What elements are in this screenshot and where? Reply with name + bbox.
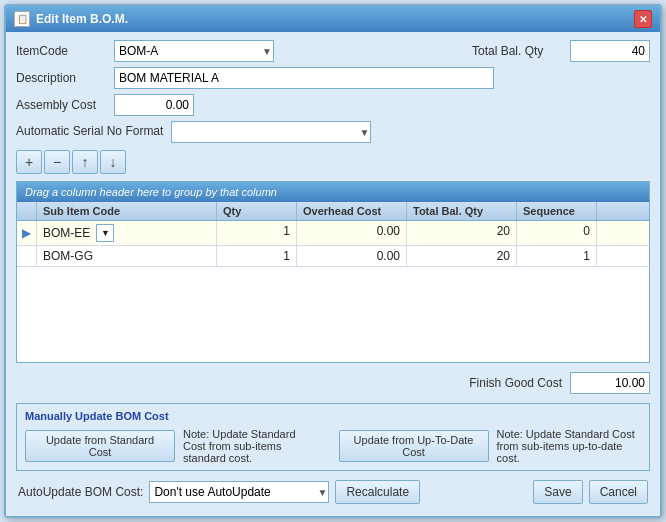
serial-row: Automatic Serial No Format ▼ — [16, 121, 650, 143]
sub-item-dropdown-icon-1[interactable]: ▼ — [96, 224, 114, 242]
total-bal-qty-cell-1: 20 — [407, 221, 517, 245]
recalculate-button[interactable]: Recalculate — [335, 480, 420, 504]
save-button[interactable]: Save — [533, 480, 582, 504]
standard-cost-group: Update from Standard Cost Note: Update S… — [25, 428, 319, 464]
col-indicator — [17, 202, 37, 220]
close-button[interactable]: ✕ — [634, 10, 652, 28]
add-row-button[interactable]: + — [16, 150, 42, 174]
edit-bom-dialog: 📋 Edit Item B.O.M. ✕ ItemCode BOM-A ▼ To… — [4, 4, 662, 518]
sequence-cell-1: 0 — [517, 221, 597, 245]
bom-cost-title: Manually Update BOM Cost — [25, 410, 641, 422]
drag-hint: Drag a column header here to group by th… — [17, 182, 649, 202]
total-bal-qty-input[interactable] — [570, 40, 650, 62]
bom-cost-section: Manually Update BOM Cost Update from Sta… — [16, 403, 650, 471]
serial-select-wrapper: ▼ — [171, 121, 371, 143]
grid-body: ▶ BOM-EE ▼ 1 0.00 20 0 BOM- — [17, 221, 649, 362]
col-overhead-cost: Overhead Cost — [297, 202, 407, 220]
serial-select[interactable] — [171, 121, 371, 143]
move-up-button[interactable]: ↑ — [72, 150, 98, 174]
item-code-select[interactable]: BOM-A — [114, 40, 274, 62]
bom-grid: Drag a column header here to group by th… — [16, 181, 650, 363]
dialog-icon: 📋 — [14, 11, 30, 27]
col-sub-item-code: Sub Item Code — [37, 202, 217, 220]
qty-cell-1: 1 — [217, 221, 297, 245]
finish-good-row: Finish Good Cost — [16, 368, 650, 398]
col-total-bal-qty: Total Bal. Qty — [407, 202, 517, 220]
update-uptodate-cost-button[interactable]: Update from Up-To-Date Cost — [339, 430, 489, 462]
update-standard-cost-button[interactable]: Update from Standard Cost — [25, 430, 175, 462]
assembly-cost-row: Assembly Cost — [16, 94, 650, 116]
description-row: Description — [16, 67, 650, 89]
grid-toolbar: + − ↑ ↓ — [16, 150, 650, 174]
col-sequence: Sequence — [517, 202, 597, 220]
total-bal-qty-cell-2: 20 — [407, 246, 517, 266]
overhead-cost-cell-2: 0.00 — [297, 246, 407, 266]
autoupdate-label: AutoUpdate BOM Cost: — [18, 485, 143, 499]
sequence-cell-2: 1 — [517, 246, 597, 266]
item-code-row: ItemCode BOM-A ▼ Total Bal. Qty — [16, 40, 650, 62]
dialog-title: Edit Item B.O.M. — [36, 12, 128, 26]
grid-header: Sub Item Code Qty Overhead Cost Total Ba… — [17, 202, 649, 221]
row-indicator-2 — [17, 246, 37, 266]
col-qty: Qty — [217, 202, 297, 220]
serial-label: Automatic Serial No Format — [16, 124, 163, 140]
title-bar-left: 📋 Edit Item B.O.M. — [14, 11, 128, 27]
standard-cost-note: Note: Update Standard Cost from sub-item… — [183, 428, 319, 464]
description-input[interactable] — [114, 67, 494, 89]
table-row: BOM-GG 1 0.00 20 1 — [17, 246, 649, 267]
sub-item-code-cell-1[interactable]: BOM-EE ▼ — [37, 221, 217, 245]
row-indicator-1: ▶ — [17, 221, 37, 245]
bottom-bar: AutoUpdate BOM Cost: Don't use AutoUpdat… — [16, 476, 650, 508]
title-bar: 📋 Edit Item B.O.M. ✕ — [6, 6, 660, 32]
overhead-cost-cell-1: 0.00 — [297, 221, 407, 245]
move-down-button[interactable]: ↓ — [100, 150, 126, 174]
autoupdate-select-wrapper: Don't use AutoUpdate AutoUpdate on Save … — [149, 481, 329, 503]
description-label: Description — [16, 71, 106, 85]
autoupdate-select[interactable]: Don't use AutoUpdate AutoUpdate on Save … — [149, 481, 329, 503]
sub-item-code-cell-2: BOM-GG — [37, 246, 217, 266]
assembly-cost-label: Assembly Cost — [16, 98, 106, 112]
total-bal-qty-label: Total Bal. Qty — [472, 44, 562, 58]
uptodate-cost-group: Update from Up-To-Date Cost Note: Update… — [339, 428, 641, 464]
finish-good-input[interactable] — [570, 372, 650, 394]
item-code-label: ItemCode — [16, 44, 106, 58]
item-code-group: ItemCode BOM-A ▼ — [16, 40, 274, 62]
total-bal-qty-group: Total Bal. Qty — [472, 40, 650, 62]
dialog-body: ItemCode BOM-A ▼ Total Bal. Qty Descript… — [6, 32, 660, 516]
item-code-select-wrapper: BOM-A ▼ — [114, 40, 274, 62]
qty-cell-2: 1 — [217, 246, 297, 266]
bom-cost-buttons: Update from Standard Cost Note: Update S… — [25, 428, 641, 464]
table-row: ▶ BOM-EE ▼ 1 0.00 20 0 — [17, 221, 649, 246]
remove-row-button[interactable]: − — [44, 150, 70, 174]
uptodate-cost-note: Note: Update Standard Cost from sub-item… — [497, 428, 641, 464]
assembly-cost-input[interactable] — [114, 94, 194, 116]
cancel-button[interactable]: Cancel — [589, 480, 648, 504]
sub-item-dropdown-1: ▼ — [96, 224, 114, 242]
finish-good-label: Finish Good Cost — [469, 376, 562, 390]
